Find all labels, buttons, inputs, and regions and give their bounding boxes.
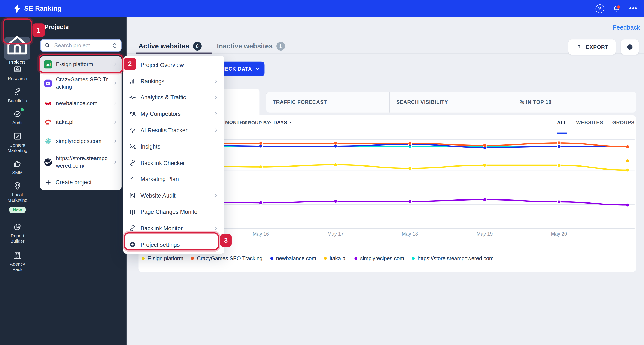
metric-tab-traffic-forecast[interactable]: TRAFFIC FORECAST [266, 92, 389, 112]
legend-item-https-store-steampowered-com[interactable]: https://store.steampowered.com [412, 255, 494, 262]
more-dots-icon[interactable]: ••• [628, 4, 638, 14]
sidebar-item-local-marketing[interactable]: LocalMarketingNew [0, 181, 35, 213]
legend-item-e-sign-platform[interactable]: E-sign platform [142, 255, 184, 262]
metric-tab-search-visibility[interactable]: SEARCH VISIBILITY [389, 92, 513, 112]
project-row-2[interactable]: CrazyGames SEO Tracking [40, 73, 122, 94]
plus-icon [45, 179, 52, 185]
chart-legend: E-sign platformCrazyGames SEO Trackingne… [142, 255, 494, 262]
sidebar-item-audit[interactable]: Audit [0, 109, 35, 126]
menu-item-backlink-monitor[interactable]: Backlink Monitor [123, 220, 224, 236]
chevron-right-icon [113, 120, 118, 125]
sidebar-item-content-marketing[interactable]: ContentMarketing [0, 132, 35, 153]
legend-item-itaka-pl[interactable]: itaka.pl [324, 255, 346, 262]
menu-item-backlink-checker[interactable]: Backlink Checker [123, 155, 224, 171]
chevron-right-icon [214, 111, 218, 116]
legend-dot [324, 257, 327, 260]
sidebar-item-projects[interactable]: Projects [4, 37, 30, 60]
chevron-right-icon [214, 193, 218, 198]
group-by-dropdown[interactable]: GROUP BY: DAYS [244, 120, 294, 126]
projects-panel: Projects pdE-sign platformCrazyGames SEO… [35, 17, 126, 345]
project-row-5[interactable]: ❋simplyrecipes.com [40, 132, 122, 151]
marketing-plan-icon [128, 175, 136, 183]
inactive-count-badge: 1 [276, 42, 285, 50]
search-icon [44, 42, 50, 48]
tab-inactive-websites[interactable]: Inactive websites 1 [217, 42, 285, 50]
rankings-icon [128, 77, 136, 85]
building-icon [13, 250, 22, 260]
period-selector[interactable]: 6 MONTHS [221, 120, 246, 125]
x-axis-label: May 18 [396, 231, 424, 237]
menu-item-my-competitors[interactable]: My Competitors [123, 106, 224, 122]
steam-logo [44, 158, 52, 166]
sidebar-item-agency-pack[interactable]: AgencyPack [0, 250, 35, 272]
legend-item-simplyrecipes-com[interactable]: simplyrecipes.com [354, 255, 404, 262]
content-edit-icon [13, 132, 22, 141]
crazygames-logo [44, 79, 52, 87]
menu-item-rankings[interactable]: Rankings [123, 73, 224, 89]
menu-item-project-settings[interactable]: Project settings [123, 236, 224, 253]
project-row-4[interactable]: itaka.pl [40, 113, 122, 132]
menu-item-page-changes-monitor[interactable]: Page Changes Monitor [123, 204, 224, 220]
menu-item-website-audit[interactable]: Website Audit [123, 187, 224, 204]
feedback-link[interactable]: Feedback [613, 24, 640, 31]
thumbs-up-icon [13, 159, 22, 168]
legend-dot [270, 257, 273, 260]
export-button[interactable]: EXPORT [568, 40, 616, 54]
search-project-input[interactable] [53, 42, 109, 49]
metric-tab--in-top-10[interactable]: % IN TOP 10 [513, 92, 636, 112]
project-row-3[interactable]: NBnewbalance.com [40, 94, 122, 113]
view-tab-all[interactable]: ALL [557, 120, 567, 129]
upload-icon [576, 44, 582, 50]
metric-tabs-row: TRAFFIC FORECASTSEARCH VISIBILITY% IN TO… [266, 92, 636, 112]
dashboard-settings-button[interactable] [621, 40, 639, 54]
legend-dot [191, 257, 194, 260]
chevron-right-icon [214, 79, 218, 84]
sidebar-item-research[interactable]: Research [0, 65, 35, 81]
notifications-bell-icon[interactable] [612, 4, 621, 14]
legend-item-crazygames-seo-tracking[interactable]: CrazyGames SEO Tracking [191, 255, 262, 262]
newbalance-logo: NB [44, 99, 53, 108]
sidebar-nav: ProjectsResearchBacklinksAuditContentMar… [0, 17, 35, 345]
research-icon [13, 65, 22, 74]
chevron-right-icon [113, 139, 118, 144]
project-list: pdE-sign platformCrazyGames SEO Tracking… [40, 56, 122, 190]
menu-item-project-overview[interactable]: Project Overview [123, 57, 224, 73]
projects-panel-title: Projects [44, 23, 69, 30]
new-badge: New [9, 207, 26, 214]
menu-item-ai-results-tracker[interactable]: AI Results Tracker [123, 122, 224, 138]
link-icon [128, 159, 136, 167]
legend-item-newbalance-com[interactable]: newbalance.com [270, 255, 316, 262]
map-pin-icon [13, 181, 22, 190]
menu-item-insights[interactable]: Insights [123, 138, 224, 154]
pie-chart-icon [13, 222, 22, 232]
menu-item-marketing-plan[interactable]: Marketing Plan [123, 171, 224, 187]
menu-item-analytics-traffic[interactable]: Analytics & Traffic [123, 89, 224, 106]
notification-dot [616, 4, 621, 10]
top-bar: SE Ranking ? ••• [0, 0, 644, 17]
se-ranking-app: SE Ranking ? ••• ProjectsResearchBacklin… [0, 0, 644, 345]
analytics-pulse-icon [128, 94, 136, 101]
pandadoc-logo: pd [44, 60, 52, 68]
chevron-right-icon [214, 128, 218, 133]
help-icon[interactable]: ? [595, 4, 604, 14]
sidebar-item-smm[interactable]: SMM [0, 159, 35, 175]
status-dot [20, 108, 24, 111]
sidebar-item-report-builder[interactable]: ReportBuilder [0, 222, 35, 244]
sidebar-item-backlinks[interactable]: Backlinks [0, 87, 35, 104]
page-monitor-book-icon [128, 208, 136, 216]
view-tab-websites[interactable]: WEBSITES [576, 120, 603, 129]
chevron-right-icon [113, 160, 118, 164]
sort-arrows-icon[interactable] [112, 42, 118, 49]
project-row-1[interactable]: pdE-sign platform [40, 56, 122, 73]
view-tab-groups[interactable]: GROUPS [612, 120, 634, 129]
legend-dot [142, 257, 144, 260]
tab-active-websites[interactable]: Active websites 6 [138, 42, 202, 50]
create-project-button[interactable]: Create project [40, 174, 122, 190]
project-row-6[interactable]: https://store.steampowered.com/ [40, 151, 122, 174]
x-axis-label: May 19 [470, 231, 499, 237]
chevron-right-icon [113, 101, 118, 106]
search-project-box [40, 39, 122, 52]
chevron-right-icon [214, 95, 218, 100]
competitors-people-icon [128, 110, 136, 118]
brand-logo[interactable]: SE Ranking [14, 4, 62, 14]
